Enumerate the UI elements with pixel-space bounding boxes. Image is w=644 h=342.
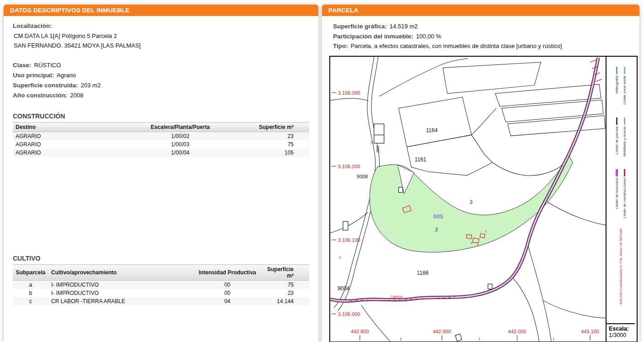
spacer xyxy=(13,157,309,255)
col-subparcela: Subparcela xyxy=(13,265,48,281)
road-number-26: 26 xyxy=(338,256,341,259)
legend-item-zona-verde: Límite zona verde xyxy=(623,67,627,105)
field-superficie: Superficie construida:203 m2 xyxy=(13,80,309,91)
field-participacion: Participación del inmueble:100,00 % xyxy=(333,32,639,42)
scale-value: 1/3000 xyxy=(609,332,635,338)
map-svg: 1164 1161 9008 3 2 1186 9004 002 005 24 … xyxy=(330,57,606,342)
cultivo-title: CULTIVO xyxy=(13,255,309,262)
parcel-label-9008: 9008 xyxy=(357,174,368,179)
address-line-2: SAN FERNANDO. 35421 MOYA [LAS PALMAS] xyxy=(14,41,309,50)
scale-box: Escala: 1/3000 xyxy=(606,323,635,342)
parcela-panel: PARCELA Superficie gráfica:14.519 m2 Par… xyxy=(322,5,639,342)
col-cultivo: Cultivo/aprovechamiento xyxy=(48,265,191,281)
legend-group-2: Límite de parcela Mobiliario y aceras xyxy=(615,118,627,157)
panel-header-datos: DATOS DESCRIPTIVOS DEL INMUEBLE xyxy=(4,5,318,16)
localizacion-address: CM DATA LA 1[A] Polígono 5 Parcela 2 SAN… xyxy=(14,31,309,50)
legend-label: Mobiliario y aceras xyxy=(623,126,627,157)
block-limit-line-icon xyxy=(616,169,618,176)
y-axis-label: 3.106.100 xyxy=(338,237,360,243)
y-axis-label: 3.106.000 xyxy=(338,311,360,317)
field-superficie-grafica: Superficie gráfica:14.519 m2 xyxy=(333,21,639,32)
field-clase: Clase:RÚSTICO xyxy=(13,60,309,70)
map-canvas: 1164 1161 9008 3 2 1186 9004 002 005 24 … xyxy=(330,57,606,342)
cultivo-header-row: Subparcela Cultivo/aprovechamiento Inten… xyxy=(13,265,309,281)
subparcela-b: b xyxy=(477,243,479,246)
construccion-header-row: Destino Escalera/Planta/Puerta Superfici… xyxy=(13,123,309,132)
constructions-limit-line-icon xyxy=(624,169,625,176)
legend-item-limite-construcciones: Límite de construcciones xyxy=(623,169,627,219)
legend-item-hidrografia: Hidrografía xyxy=(615,67,619,94)
x-axis-label: 442.900 xyxy=(433,329,451,334)
col-destino: Destino xyxy=(13,123,131,132)
parcel-label-005: 005 xyxy=(433,213,443,220)
property-fields: Clase:RÚSTICO Uso principal:Agrario Supe… xyxy=(13,60,309,101)
cadastral-map: 1164 1161 9008 3 2 1186 9004 002 005 24 … xyxy=(329,56,638,342)
street-furniture-line-icon xyxy=(624,118,625,125)
y-axis-label: 3.106.200 xyxy=(338,164,360,169)
scale-label: Escala: xyxy=(609,326,635,332)
parcel-label-9004: 9004 xyxy=(338,285,350,292)
x-axis-label: 442.800 xyxy=(351,329,369,334)
x-axis-label: 443.100 xyxy=(581,329,599,334)
hydrography-line-icon xyxy=(616,67,617,74)
table-row: b I- IMPRODUCTIVO 00 23 xyxy=(13,289,309,297)
parcel-label-1186: 1186 xyxy=(417,270,429,276)
col-superficie: Superficie m² xyxy=(229,123,309,132)
table-row: AGRARIO 1/00/03 75 xyxy=(13,140,309,149)
camino-label: Camino xyxy=(391,294,403,299)
legend-group-1: Hidrografía Límite zona verde xyxy=(615,67,627,105)
subparcela-a: a xyxy=(471,241,472,244)
localizacion-label: Localización: xyxy=(13,22,309,29)
construccion-title: CONSTRUCCIÓN xyxy=(13,112,309,120)
map-legend: Hidrografía Límite zona verde Límite de … xyxy=(606,57,635,342)
legend-label: Límite zona verde xyxy=(623,75,627,105)
table-row: AGRARIO 1/00/04 105 xyxy=(13,149,309,157)
address-line-1: CM DATA LA 1[A] Polígono 5 Parcela 2 xyxy=(14,31,309,41)
cultivo-table: Subparcela Cultivo/aprovechamiento Inten… xyxy=(13,264,309,305)
legend-label: Hidrografía xyxy=(615,75,619,94)
col-superficie-cultivo: Superficie m² xyxy=(264,265,309,281)
legend-label: Límite de manzana xyxy=(615,178,619,209)
legend-item-limite-parcela: Límite de parcela xyxy=(615,118,619,154)
legend-item-mobiliario: Mobiliario y aceras xyxy=(623,118,627,157)
utm-coordinates-note: 443.100 Coordenadas U.T.M. Huso 28 WGS84 xyxy=(619,229,623,305)
field-tipo: Tipo:Parcela, a efectos catastrales, con… xyxy=(333,41,639,51)
parcel-label-3: 3 xyxy=(470,199,472,205)
legend-label: Límite de construcciones xyxy=(623,178,627,219)
table-row: c CR LABOR -TIERRA ARABLE 04 14.144 xyxy=(13,297,309,305)
parcel-label-1164: 1164 xyxy=(426,127,438,134)
parcela-info: Superficie gráfica:14.519 m2 Participaci… xyxy=(322,16,639,51)
legend-item-limite-manzana: Límite de manzana xyxy=(615,169,619,209)
construccion-table: Destino Escalera/Planta/Puerta Superfici… xyxy=(13,122,309,157)
parcel-label-1161: 1161 xyxy=(414,156,426,163)
table-row: a I- IMPRODUCTIVO 00 75 xyxy=(13,281,309,289)
parcel-label-2: 2 xyxy=(435,227,438,232)
field-uso: Uso principal:Agrario xyxy=(13,70,309,80)
green-zone-line-icon xyxy=(624,67,625,74)
panel-header-parcela: PARCELA xyxy=(322,5,639,16)
legend-group-3: Límite de manzana Límite de construccion… xyxy=(615,169,627,219)
legend-label: Límite de parcela xyxy=(615,126,619,154)
field-anio: Año construcción:2008 xyxy=(13,91,309,101)
table-row: AGRARIO 1/00/02 23 xyxy=(13,132,309,141)
col-escalera: Escalera/Planta/Puerta xyxy=(131,123,229,132)
y-axis-label: 3.106.300 xyxy=(338,90,360,95)
road-number-24: 24 xyxy=(370,141,373,144)
subparcela-c: c xyxy=(485,230,487,233)
parcel-limit-line-icon xyxy=(616,118,617,125)
col-intensidad: Intensidad Productiva xyxy=(190,265,264,281)
property-data-content: Localización: CM DATA LA 1[A] Polígono 5… xyxy=(4,16,318,305)
parcel-label-002: 002 xyxy=(376,145,380,152)
x-axis-label: 443.000 xyxy=(508,329,526,334)
property-data-panel: DATOS DESCRIPTIVOS DEL INMUEBLE Localiza… xyxy=(4,5,318,342)
